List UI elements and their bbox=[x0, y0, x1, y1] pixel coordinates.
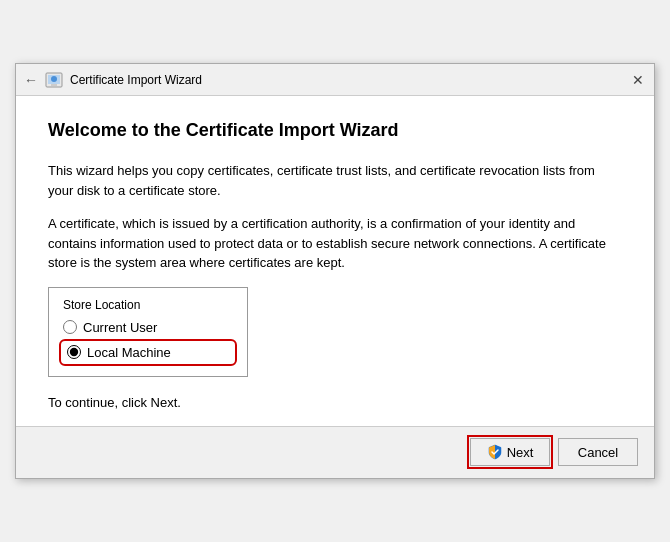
wizard-content: Welcome to the Certificate Import Wizard… bbox=[16, 96, 654, 426]
cancel-button[interactable]: Cancel bbox=[558, 438, 638, 466]
current-user-option[interactable]: Current User bbox=[63, 320, 233, 335]
local-machine-option[interactable]: Local Machine bbox=[63, 343, 233, 362]
title-bar-left: ← Certificate Import Wizard bbox=[24, 70, 630, 90]
svg-rect-3 bbox=[51, 84, 57, 86]
window-title: Certificate Import Wizard bbox=[70, 73, 202, 87]
wizard-icon bbox=[44, 70, 64, 90]
current-user-label: Current User bbox=[83, 320, 157, 335]
close-button[interactable]: ✕ bbox=[630, 72, 646, 88]
svg-point-2 bbox=[51, 76, 57, 82]
local-machine-radio[interactable] bbox=[67, 345, 81, 359]
local-machine-label: Local Machine bbox=[87, 345, 171, 360]
store-location-legend: Store Location bbox=[63, 298, 233, 312]
wizard-heading: Welcome to the Certificate Import Wizard bbox=[48, 120, 622, 141]
next-button[interactable]: Next bbox=[470, 438, 550, 466]
footer: Next Cancel bbox=[16, 426, 654, 478]
description-paragraph-1: This wizard helps you copy certificates,… bbox=[48, 161, 622, 200]
next-label: Next bbox=[507, 445, 534, 460]
cancel-label: Cancel bbox=[578, 445, 618, 460]
continue-text: To continue, click Next. bbox=[48, 395, 622, 410]
description-paragraph-2: A certificate, which is issued by a cert… bbox=[48, 214, 622, 273]
back-button[interactable]: ← bbox=[24, 72, 38, 88]
wizard-window: ← Certificate Import Wizard ✕ Welcome to… bbox=[15, 63, 655, 479]
current-user-radio[interactable] bbox=[63, 320, 77, 334]
shield-icon bbox=[487, 444, 503, 460]
store-location-group: Store Location Current User Local Machin… bbox=[48, 287, 248, 377]
title-bar: ← Certificate Import Wizard ✕ bbox=[16, 64, 654, 96]
